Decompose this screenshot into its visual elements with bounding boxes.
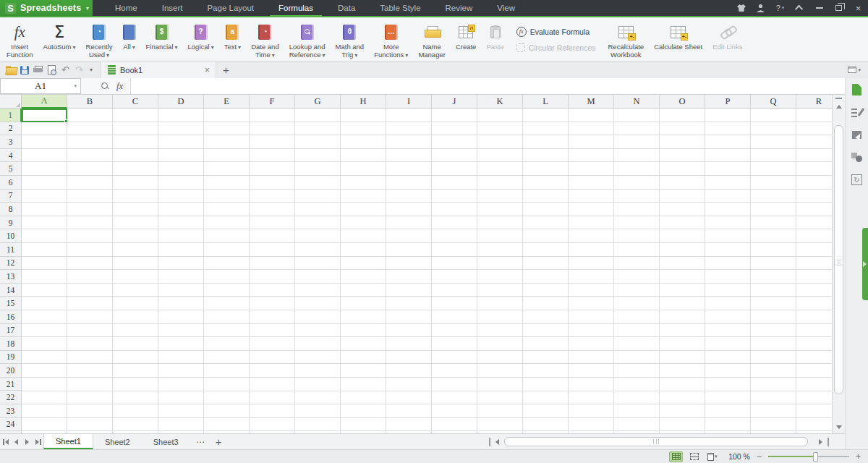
selection-pane-button[interactable] [851,128,864,141]
menu-tab-review[interactable]: Review [433,0,485,16]
row-header-3[interactable]: 3 [0,135,22,149]
row-header-9[interactable]: 9 [0,216,22,230]
date-and-time-button[interactable]: ◔ Date andTime [246,17,284,61]
select-all-corner[interactable] [0,95,22,109]
vertical-scrollbar-thumb[interactable] [834,125,843,394]
insert-function-button[interactable]: fx InsertFunction [1,17,38,61]
name-manager-button[interactable]: NameManager [413,17,451,61]
lookup-and-reference-button[interactable]: Lookup andReference [284,17,331,61]
new-document-tab-button[interactable]: + [216,64,236,76]
menu-tab-view[interactable]: View [485,0,527,16]
grid-cells[interactable] [22,109,832,433]
edit-pane-button[interactable] [851,106,864,119]
menu-tab-home[interactable]: Home [103,0,150,16]
formula-input[interactable] [130,78,845,94]
recalculate-workbook-button[interactable]: +- RecalculateWorkbook [603,17,649,61]
column-header-k[interactable]: K [477,95,523,109]
minimize-icon[interactable] [809,0,829,16]
sheet-tab-sheet2[interactable]: Sheet2 [93,434,142,449]
horizontal-split-handle[interactable] [827,438,829,446]
row-header-2[interactable]: 2 [0,122,22,136]
column-header-n[interactable]: N [614,95,660,109]
menu-tab-page-layout[interactable]: Page Layout [195,0,266,16]
autosum-button[interactable]: Σ AutoSum [38,17,80,61]
create-names-button[interactable]: n Create [451,17,482,61]
row-header-8[interactable]: 8 [0,203,22,216]
vertical-scrollbar[interactable] [832,95,845,433]
app-menu-caret-icon[interactable]: ▾ [86,5,89,12]
column-header-j[interactable]: J [432,95,477,109]
refresh-pane-button[interactable]: ↻ [851,173,864,186]
row-header-20[interactable]: 20 [0,364,22,378]
document-tab-book1[interactable]: Book1 × [101,61,216,78]
shapes-pane-button[interactable] [851,150,864,163]
sheet-list-button[interactable]: ⋯ [190,434,211,449]
row-header-5[interactable]: 5 [0,162,22,176]
column-header-i[interactable]: I [386,95,432,109]
row-header-1[interactable]: 1 [0,109,22,122]
app-logo[interactable]: S Spreadsheets ▾ [0,0,93,16]
sheet-tab-sheet3[interactable]: Sheet3 [142,434,190,449]
scroll-up-icon[interactable] [836,105,842,109]
row-header-24[interactable]: 24 [0,418,22,432]
page-break-view-button[interactable] [687,451,701,462]
recently-used-button[interactable]: ◔ RecentlyUsed [81,17,118,61]
scroll-right-icon[interactable] [819,439,822,445]
restore-icon[interactable] [829,0,848,16]
column-header-o[interactable]: O [660,95,705,109]
financial-button[interactable]: $ Financial [141,17,183,61]
column-header-f[interactable]: F [250,95,295,109]
column-header-c[interactable]: C [113,95,158,109]
calculate-sheet-button[interactable]: +- Calculate Sheet [649,17,707,61]
menu-tab-table-style[interactable]: Table Style [367,0,433,16]
add-sheet-button[interactable]: + [211,434,226,449]
tab-list-button[interactable]: ▾ [848,67,861,73]
row-header-18[interactable]: 18 [0,337,22,351]
help-icon[interactable]: ? ▾ [770,0,790,16]
row-header-4[interactable]: 4 [0,149,22,163]
vertical-split-handle[interactable] [833,95,845,102]
horizontal-split-handle[interactable] [489,438,490,446]
logical-button[interactable]: ? Logical [183,17,219,61]
save-button[interactable] [17,63,31,77]
row-header-19[interactable]: 19 [0,351,22,365]
row-header-25[interactable]: 25 [0,431,22,433]
row-header-7[interactable]: 7 [0,190,22,203]
scroll-down-icon[interactable] [836,425,842,429]
file-pane-button[interactable] [851,83,864,96]
print-button[interactable] [31,63,45,77]
column-header-g[interactable]: G [295,95,341,109]
row-header-15[interactable]: 15 [0,297,22,310]
zoom-formula-icon[interactable] [101,82,109,90]
insert-function-fx-icon[interactable]: fx [116,81,123,92]
close-icon[interactable]: × [848,0,868,16]
row-header-13[interactable]: 13 [0,270,22,284]
first-sheet-button[interactable] [0,434,11,449]
next-sheet-button[interactable] [22,434,33,449]
math-and-trig-button[interactable]: θ Math andTrig [331,17,370,61]
collapse-ribbon-icon[interactable] [790,0,809,16]
name-box-caret-icon[interactable]: ▾ [74,83,77,89]
column-header-b[interactable]: B [67,95,113,109]
fill-handle[interactable] [64,119,68,123]
sidebar-expand-handle[interactable] [862,228,868,300]
normal-view-button[interactable] [669,451,683,462]
row-header-6[interactable]: 6 [0,176,22,190]
customize-toolbar-caret-icon[interactable]: ▾ [86,67,96,73]
column-header-a[interactable]: A [22,95,67,109]
horizontal-scrollbar-thumb[interactable] [504,437,808,446]
menu-tab-insert[interactable]: Insert [150,0,195,16]
row-header-14[interactable]: 14 [0,284,22,297]
sheet-tab-sheet1[interactable]: Sheet1 [43,434,93,449]
last-sheet-button[interactable] [33,434,43,449]
column-header-r[interactable]: R [796,95,832,109]
row-header-21[interactable]: 21 [0,378,22,391]
open-file-button[interactable] [4,63,17,77]
document-tab-close-icon[interactable]: × [205,66,210,75]
column-header-e[interactable]: E [204,95,250,109]
name-box[interactable]: A1 ▾ [0,78,81,94]
row-header-23[interactable]: 23 [0,404,22,418]
more-functions-button[interactable]: … MoreFunctions [369,17,413,61]
all-functions-button[interactable]: All [118,17,141,61]
column-header-p[interactable]: P [705,95,751,109]
